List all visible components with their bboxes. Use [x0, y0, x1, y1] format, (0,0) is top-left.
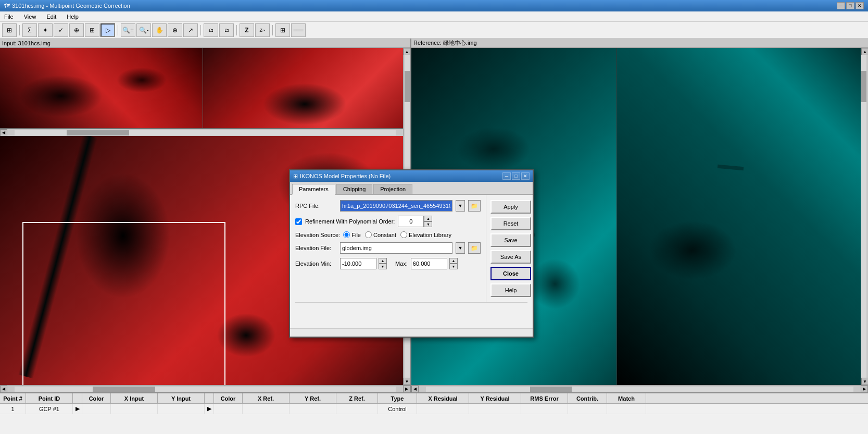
tool-grid[interactable]: ⊞: [275, 23, 290, 37]
close-button[interactable]: Close: [490, 267, 531, 280]
tool-img2[interactable]: 🗂: [219, 23, 234, 37]
refinement-checkbox[interactable]: [295, 218, 302, 225]
rpc-file-input[interactable]: [340, 200, 452, 212]
tool-north[interactable]: ↗: [183, 23, 198, 37]
radio-file-label[interactable]: File: [343, 231, 361, 238]
right-vscroll-down[interactable]: ▼: [861, 378, 868, 385]
order-down-btn[interactable]: ▼: [424, 221, 432, 227]
max-down-btn[interactable]: ▼: [449, 264, 458, 269]
order-input[interactable]: [398, 216, 424, 227]
order-up-btn[interactable]: ▲: [424, 216, 432, 221]
radio-file[interactable]: [343, 231, 350, 238]
vscroll-up-arrow[interactable]: ▲: [404, 48, 411, 55]
max-spinner-btns: ▲ ▼: [449, 258, 458, 269]
right-hscroll-left[interactable]: ◀: [411, 386, 419, 393]
help-button[interactable]: Help: [490, 283, 531, 297]
min-up-btn[interactable]: ▲: [379, 258, 387, 264]
tool-select[interactable]: ▷: [100, 23, 115, 37]
apply-button[interactable]: Apply: [490, 200, 531, 214]
vscroll-thumb[interactable]: [405, 71, 410, 102]
radio-library-label[interactable]: Elevation Library: [400, 231, 451, 238]
toolbar-separator-3: [200, 25, 201, 35]
title-bar-controls[interactable]: ─ □ ✕: [837, 2, 864, 9]
elevation-file-input[interactable]: [340, 242, 452, 254]
dialog-title: IKONOS Model Properties (No File): [300, 173, 391, 179]
maximize-button[interactable]: □: [846, 2, 854, 9]
menu-file[interactable]: File: [2, 13, 16, 21]
dialog-close-title[interactable]: ✕: [521, 172, 530, 180]
tab-projection[interactable]: Projection: [373, 184, 412, 194]
right-hscroll-thumb[interactable]: [530, 387, 572, 392]
max-up-btn[interactable]: ▲: [449, 258, 458, 264]
tab-chipping[interactable]: Chipping: [336, 184, 372, 194]
tool-sum[interactable]: Σ: [22, 23, 37, 37]
right-vscroll-track: [861, 55, 866, 378]
right-hscroll-right[interactable]: ▶: [861, 386, 868, 393]
th-point-num: Point #: [0, 393, 26, 403]
right-vscrollbar[interactable]: ▲ ▼: [861, 48, 868, 385]
td-color2: [214, 404, 243, 414]
vscroll-down-arrow[interactable]: ▼: [404, 378, 411, 385]
radio-constant-text: Constant: [373, 232, 396, 238]
right-vscroll-up[interactable]: ▲: [861, 48, 868, 55]
th-x-residual: X Residual: [417, 393, 469, 403]
save-button[interactable]: Save: [490, 233, 531, 247]
hscroll-left-arrow[interactable]: ◀: [0, 129, 7, 137]
tool-target[interactable]: ⊕: [69, 23, 84, 37]
minimize-button[interactable]: ─: [837, 2, 845, 9]
menu-view[interactable]: View: [22, 13, 39, 21]
td-arrow1[interactable]: ▶: [73, 404, 82, 414]
td-z-ref: [336, 404, 378, 414]
tool-zoom-in[interactable]: 🔍+: [121, 23, 135, 37]
tool-pan[interactable]: ✋: [152, 23, 167, 37]
toolbar-separator-1: [19, 25, 20, 35]
right-vscroll-thumb[interactable]: [861, 71, 866, 102]
tool-z2[interactable]: Z~: [255, 23, 270, 37]
rpc-file-folder[interactable]: 📁: [468, 200, 481, 212]
radio-library[interactable]: [400, 231, 407, 238]
tool-check[interactable]: ✓: [54, 23, 68, 37]
dialog-right-panel: Apply Reset Save Save As Close Help: [486, 195, 533, 302]
tool-zoom-out[interactable]: 🔍-: [136, 23, 151, 37]
td-arrow2[interactable]: ▶: [205, 404, 214, 414]
radio-constant-label[interactable]: Constant: [365, 231, 396, 238]
tool-star[interactable]: ✦: [38, 23, 53, 37]
hscroll-thumb[interactable]: [67, 130, 129, 135]
dialog-maximize[interactable]: □: [512, 172, 520, 180]
rpc-file-dropdown[interactable]: ▼: [456, 200, 465, 212]
dialog-body: RPC File: ▼ 📁 Refinement With Polynomial…: [290, 195, 533, 302]
tool-bar[interactable]: ═══: [291, 23, 306, 37]
th-y-ref: Y Ref.: [290, 393, 336, 403]
min-down-btn[interactable]: ▼: [379, 264, 387, 269]
tool-crosshair[interactable]: ⊕: [168, 23, 182, 37]
tool-move[interactable]: ⊞: [85, 23, 99, 37]
hscroll-right-arrow-bottom[interactable]: ▶: [403, 386, 410, 393]
hscroll-track: [15, 130, 396, 135]
hscroll-thumb-bottom[interactable]: [93, 387, 155, 392]
dialog-empty-area: [295, 302, 527, 323]
close-button[interactable]: ✕: [856, 2, 864, 9]
tool-open[interactable]: ⊞: [2, 23, 17, 37]
hscroll-left-arrow-bottom[interactable]: ◀: [0, 386, 7, 393]
reset-button[interactable]: Reset: [490, 217, 531, 230]
dialog-controls[interactable]: ─ □ ✕: [502, 172, 530, 180]
radio-constant[interactable]: [365, 231, 372, 238]
elev-file-dropdown[interactable]: ▼: [456, 242, 465, 254]
reference-image-right: [617, 48, 868, 385]
dialog-minimize[interactable]: ─: [502, 172, 511, 180]
right-hscrollbar[interactable]: ◀ ▶: [411, 385, 868, 392]
left-hscrollbar-bottom[interactable]: ◀ ▶: [0, 385, 410, 392]
left-hscrollbar-top[interactable]: ◀ ▶: [0, 129, 410, 136]
elevation-min-spinner: ▲ ▼: [340, 258, 387, 269]
tool-img1[interactable]: 🗂: [204, 23, 218, 37]
td-point-id: GCP #1: [26, 404, 73, 414]
menu-help[interactable]: Help: [65, 13, 81, 21]
elevation-min-input[interactable]: [340, 258, 376, 269]
tab-parameters[interactable]: Parameters: [292, 184, 335, 195]
elev-file-folder[interactable]: 📁: [468, 242, 481, 254]
menu-edit[interactable]: Edit: [44, 13, 58, 21]
tool-z[interactable]: Z: [240, 23, 254, 37]
elevation-max-input[interactable]: [411, 258, 447, 269]
radio-library-text: Elevation Library: [409, 232, 451, 238]
save-as-button[interactable]: Save As: [490, 250, 531, 264]
